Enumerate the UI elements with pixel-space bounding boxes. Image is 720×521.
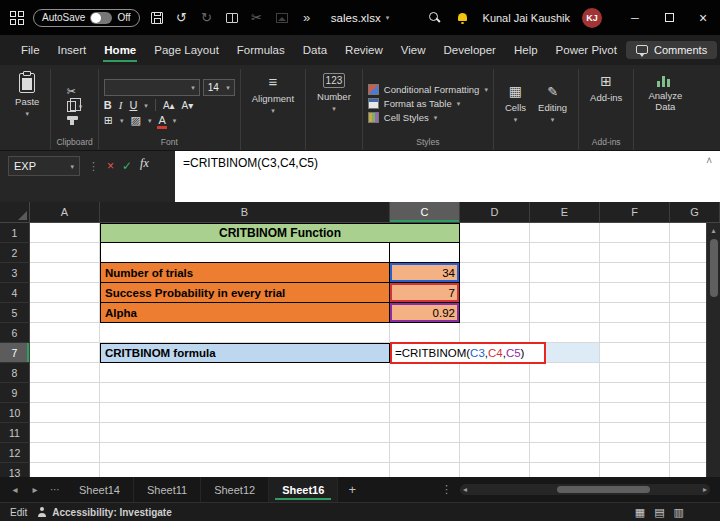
maximize-button[interactable]	[652, 0, 686, 35]
cell-D12[interactable]	[460, 443, 530, 463]
cell-E12[interactable]	[530, 443, 600, 463]
new-sheet-button[interactable]: +	[340, 482, 364, 497]
cell-F2[interactable]	[600, 243, 670, 263]
cell-D1[interactable]	[460, 223, 530, 243]
menu-item-home[interactable]: Home	[95, 35, 145, 65]
col-header-B[interactable]: B	[100, 202, 390, 223]
cell-F1[interactable]	[600, 223, 670, 243]
row-header-9[interactable]: 9	[0, 383, 30, 403]
cell-E2[interactable]	[530, 243, 600, 263]
row-header-5[interactable]: 5	[0, 303, 30, 323]
cells-button[interactable]: ▦ Cells ▾	[499, 71, 532, 135]
insert-function-button[interactable]: fx	[140, 156, 149, 171]
autosave-switch-icon[interactable]	[90, 12, 112, 24]
comments-button[interactable]: Comments	[626, 41, 717, 59]
scroll-up-icon[interactable]: ▴	[711, 223, 715, 237]
cell-A1[interactable]	[30, 223, 100, 243]
cell-B6[interactable]	[100, 323, 390, 343]
menu-item-page-layout[interactable]: Page Layout	[145, 35, 228, 65]
cut-button[interactable]: ✂	[249, 10, 265, 25]
grow-font-button[interactable]: A▴	[163, 100, 175, 111]
normal-view-button[interactable]: ▦	[635, 506, 645, 519]
cell-F11[interactable]	[600, 423, 670, 443]
menu-item-developer[interactable]: Developer	[435, 35, 505, 65]
copy-button[interactable]: ▾	[67, 101, 83, 112]
horizontal-scrollbar[interactable]: ◂ ▸	[460, 484, 710, 495]
cell-B4[interactable]: Success Probability in every trial	[100, 283, 390, 303]
cell-C11[interactable]	[390, 423, 460, 443]
confirm-entry-button[interactable]: ✓	[122, 156, 132, 176]
cell-D10[interactable]	[460, 403, 530, 423]
excel-app-icon[interactable]	[10, 11, 24, 25]
alignment-button[interactable]: ≡ Alignment ▾	[246, 71, 300, 116]
sheet-tab-sheet11[interactable]: Sheet11	[134, 477, 201, 502]
cell-C3[interactable]: 34	[390, 263, 460, 283]
cell-C9[interactable]	[390, 383, 460, 403]
minimize-button[interactable]: ─	[618, 0, 652, 35]
quick-access-overflow-button[interactable]: »	[299, 10, 315, 25]
format-painter-button[interactable]	[67, 116, 78, 120]
formula-input[interactable]: =CRITBINOM(C3,C4,C5) ˄	[175, 151, 720, 202]
font-color-button[interactable]: A	[158, 115, 165, 126]
menu-item-help[interactable]: Help	[505, 35, 547, 65]
scroll-left-icon[interactable]: ◂	[463, 485, 467, 494]
cell-B7[interactable]: CRITBINOM formula	[100, 343, 390, 363]
italic-button[interactable]: I	[119, 99, 123, 111]
cell-A2[interactable]	[30, 243, 100, 263]
row-header-6[interactable]: 6	[0, 323, 30, 343]
cell-E8[interactable]	[530, 363, 600, 383]
cell-D9[interactable]	[460, 383, 530, 403]
cell-B9[interactable]	[100, 383, 390, 403]
cell-E10[interactable]	[530, 403, 600, 423]
paste-button[interactable]: Paste ▾	[9, 71, 45, 119]
cell-B13[interactable]	[100, 463, 390, 477]
save-button[interactable]	[149, 12, 165, 24]
cell-A12[interactable]	[30, 443, 100, 463]
borders-button[interactable]: ⊞	[104, 114, 113, 127]
col-header-C[interactable]: C	[390, 202, 460, 223]
cell-styles-button[interactable]: Cell Styles▾	[368, 112, 488, 123]
cell-B8[interactable]	[100, 363, 390, 383]
cancel-entry-button[interactable]: ×	[107, 156, 114, 176]
page-layout-view-button[interactable]: ▤	[654, 506, 664, 519]
cell-A8[interactable]	[30, 363, 100, 383]
cell-F7[interactable]	[600, 343, 670, 363]
menu-item-file[interactable]: File	[12, 35, 49, 65]
bold-button[interactable]: B	[104, 99, 112, 111]
cell-B2[interactable]	[100, 243, 390, 263]
cell-C2[interactable]	[390, 243, 460, 263]
col-header-G[interactable]: G	[670, 202, 720, 223]
cell-B11[interactable]	[100, 423, 390, 443]
cell-C6[interactable]	[390, 323, 460, 343]
cut-button[interactable]: ✂	[67, 86, 76, 97]
menu-item-formulas[interactable]: Formulas	[228, 35, 294, 65]
cell-E5[interactable]	[530, 303, 600, 323]
cell-D8[interactable]	[460, 363, 530, 383]
row-header-4[interactable]: 4	[0, 283, 30, 303]
cell-B5[interactable]: Alpha	[100, 303, 390, 323]
cell-D5[interactable]	[460, 303, 530, 323]
row-header-7[interactable]: 7	[0, 343, 30, 363]
shrink-font-button[interactable]: A▾	[182, 100, 194, 111]
search-button[interactable]	[427, 11, 443, 24]
cell-B1[interactable]: CRITBINOM Function	[100, 223, 460, 243]
row-header-3[interactable]: 3	[0, 263, 30, 283]
vertical-scrollbar-thumb[interactable]	[710, 239, 718, 297]
analyze-data-button[interactable]: Analyze Data	[639, 71, 691, 114]
row-header-8[interactable]: 8	[0, 363, 30, 383]
page-break-view-button[interactable]: ▥	[674, 506, 684, 519]
cell-D6[interactable]	[460, 323, 530, 343]
cell-E9[interactable]	[530, 383, 600, 403]
avatar[interactable]: KJ	[582, 8, 602, 28]
cell-E13[interactable]	[530, 463, 600, 477]
col-header-F[interactable]: F	[600, 202, 670, 223]
cell-A5[interactable]	[30, 303, 100, 323]
cell-A3[interactable]	[30, 263, 100, 283]
redo-button[interactable]: ↻	[199, 10, 215, 25]
row-header-11[interactable]: 11	[0, 423, 30, 443]
menu-item-insert[interactable]: Insert	[49, 35, 96, 65]
col-header-D[interactable]: D	[460, 202, 530, 223]
addins-button[interactable]: ⊞ Add-ins	[584, 71, 628, 105]
cell-D13[interactable]	[460, 463, 530, 477]
name-box[interactable]: EXP ▾	[8, 156, 80, 176]
